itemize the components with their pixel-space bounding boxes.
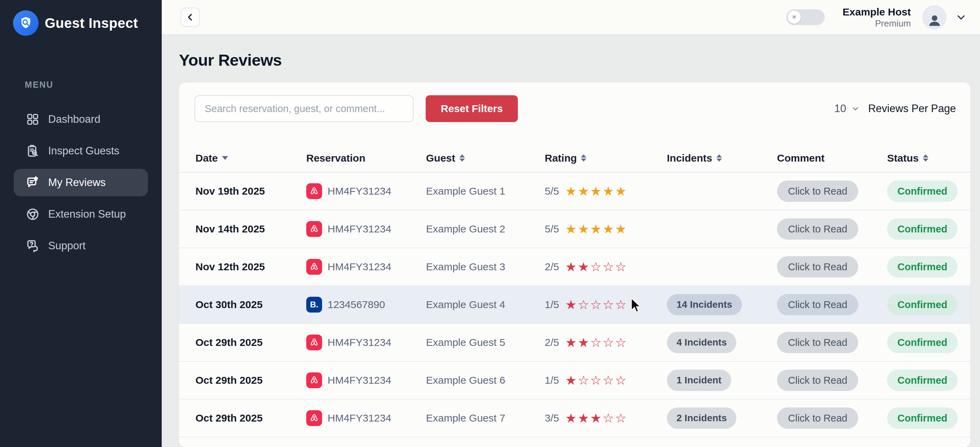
- sidebar-item-my-reviews[interactable]: My Reviews: [14, 169, 148, 197]
- search-input[interactable]: [194, 95, 414, 122]
- rating-value: 5/5: [545, 223, 559, 235]
- column-header-guest[interactable]: Guest: [426, 152, 545, 164]
- booking-icon: B.: [310, 300, 318, 309]
- page-title: Your Reviews: [179, 51, 970, 70]
- guest-cell: Example Guest 2: [426, 223, 545, 235]
- status-cell: Confirmed: [887, 407, 958, 429]
- table-row[interactable]: Oct 30th 2025B.1234567890Example Guest 4…: [179, 286, 970, 324]
- incidents-cell: [667, 188, 777, 194]
- incidents-cell: [667, 264, 777, 270]
- incidents-cell: 4 Incidents: [667, 332, 777, 353]
- per-page-control: 10 Reviews Per Page: [834, 103, 956, 115]
- rating-value: 2/5: [545, 337, 559, 348]
- date-cell: Nov 12th 2025: [196, 261, 306, 273]
- brand-logo: Guest Inspect: [0, 0, 162, 36]
- platform-icon: [306, 259, 322, 275]
- user-name: Example Host: [843, 6, 911, 18]
- table-body: Nov 19th 2025HM4FY31234Example Guest 15/…: [179, 173, 970, 437]
- incidents-cell: 2 Incidents: [667, 407, 777, 429]
- guest-cell: Example Guest 7: [426, 412, 545, 424]
- table-row[interactable]: Nov 12th 2025HM4FY31234Example Guest 32/…: [179, 248, 970, 286]
- main-content: Your Reviews Reset Filters 10 Reviews Pe…: [162, 35, 980, 447]
- click-to-read-button[interactable]: Click to Read: [777, 369, 858, 391]
- comment-cell: Click to Read: [777, 407, 887, 429]
- reset-filters-button[interactable]: Reset Filters: [426, 95, 518, 122]
- table-header: DateReservationGuestRatingIncidentsComme…: [179, 144, 970, 173]
- date-cell: Oct 29th 2025: [196, 412, 306, 424]
- incidents-cell: [667, 226, 777, 232]
- sidebar-item-dashboard[interactable]: Dashboard: [14, 103, 148, 135]
- reservation-code: HM4FY31234: [328, 261, 391, 273]
- column-label: Rating: [545, 152, 577, 164]
- reservation-cell: HM4FY31234: [306, 183, 426, 199]
- star-rating-icons: ★★★★★: [565, 223, 628, 236]
- chevron-down-icon[interactable]: [956, 12, 966, 22]
- column-header-rating[interactable]: Rating: [545, 152, 667, 164]
- sort-icon: [581, 154, 586, 162]
- status-badge: Confirmed: [887, 181, 958, 202]
- table-row[interactable]: Oct 29th 2025HM4FY31234Example Guest 52/…: [179, 324, 970, 362]
- click-to-read-button[interactable]: Click to Read: [777, 407, 858, 429]
- theme-toggle[interactable]: ☀: [786, 9, 825, 25]
- chevron-down-icon: [852, 105, 859, 113]
- reservation-cell: HM4FY31234: [306, 372, 426, 388]
- chrome-icon: [25, 206, 41, 222]
- status-badge: Confirmed: [887, 332, 958, 353]
- click-to-read-button[interactable]: Click to Read: [777, 332, 858, 353]
- date-cell: Oct 29th 2025: [196, 337, 306, 348]
- status-cell: Confirmed: [887, 369, 958, 391]
- sort-icon: [460, 154, 465, 162]
- status-badge: Confirmed: [887, 256, 958, 277]
- table-row[interactable]: Oct 29th 2025HM4FY31234Example Guest 73/…: [179, 399, 970, 437]
- column-header-status[interactable]: Status: [887, 152, 956, 164]
- table-row[interactable]: Oct 29th 2025HM4FY31234Example Guest 61/…: [179, 362, 970, 399]
- date-cell: Oct 30th 2025: [196, 299, 306, 311]
- column-label: Comment: [777, 152, 824, 164]
- incidents-cell: 1 Incident: [667, 369, 777, 391]
- platform-icon: [306, 372, 322, 388]
- status-cell: Confirmed: [887, 218, 958, 240]
- comment-cell: Click to Read: [777, 294, 887, 315]
- reservation-cell: HM4FY31234: [306, 334, 426, 350]
- per-page-select[interactable]: 10: [834, 103, 859, 115]
- airbnb-icon: [309, 224, 320, 235]
- reservation-code: HM4FY31234: [328, 412, 391, 424]
- shield-magnifier-icon: [13, 10, 38, 36]
- reservation-cell: B.1234567890: [306, 297, 426, 312]
- star-rating-icons: ★☆☆☆☆: [565, 298, 628, 311]
- table-row[interactable]: Nov 19th 2025HM4FY31234Example Guest 15/…: [179, 173, 970, 211]
- click-to-read-button[interactable]: Click to Read: [777, 256, 858, 277]
- sidebar-item-label: Extension Setup: [48, 208, 126, 220]
- column-label: Reservation: [306, 152, 366, 164]
- click-to-read-button[interactable]: Click to Read: [777, 181, 858, 202]
- sidebar-item-inspect-guests[interactable]: Inspect Guests: [14, 135, 148, 167]
- click-to-read-button[interactable]: Click to Read: [777, 218, 858, 240]
- column-label: Incidents: [667, 152, 712, 164]
- table-row[interactable]: Nov 14th 2025HM4FY31234Example Guest 25/…: [179, 211, 970, 248]
- column-label: Guest: [426, 152, 455, 164]
- column-header-comment: Comment: [777, 152, 887, 164]
- guest-cell: Example Guest 1: [426, 185, 545, 197]
- incidents-badge: 1 Incident: [667, 369, 731, 391]
- rating-value: 1/5: [545, 374, 559, 386]
- comment-cell: Click to Read: [777, 256, 887, 277]
- star-rating-icons: ★★★☆☆: [565, 412, 628, 425]
- avatar[interactable]: [923, 5, 946, 29]
- column-header-incidents[interactable]: Incidents: [667, 152, 777, 164]
- status-badge: Confirmed: [887, 369, 958, 391]
- status-badge: Confirmed: [887, 407, 958, 429]
- column-header-date[interactable]: Date: [196, 152, 306, 164]
- sidebar-item-support[interactable]: Support: [14, 230, 148, 262]
- date-cell: Oct 29th 2025: [196, 374, 306, 386]
- rating-cell: 5/5★★★★★: [545, 223, 667, 236]
- guest-cell: Example Guest 6: [426, 374, 545, 386]
- sidebar-item-label: Dashboard: [48, 113, 100, 125]
- topbar: ☀ Example Host Premium: [162, 0, 980, 35]
- status-badge: Confirmed: [887, 294, 958, 315]
- back-button[interactable]: [181, 8, 200, 27]
- comment-cell: Click to Read: [777, 218, 887, 240]
- guest-cell: Example Guest 4: [426, 299, 545, 311]
- click-to-read-button[interactable]: Click to Read: [777, 294, 858, 315]
- review-chat-icon: [25, 175, 41, 190]
- sidebar-item-extension-setup[interactable]: Extension Setup: [14, 198, 148, 230]
